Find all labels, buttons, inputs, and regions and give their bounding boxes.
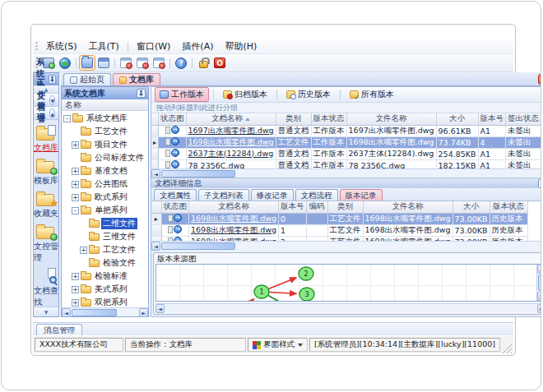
- scroll-thumb[interactable]: [161, 170, 235, 178]
- expand-icon[interactable]: +: [72, 194, 79, 201]
- column-header-类别[interactable]: 类别: [276, 113, 311, 125]
- version-node-3[interactable]: 3: [299, 288, 314, 301]
- menu-item-4[interactable]: 插件(A): [176, 39, 219, 53]
- tree-item-工艺文件[interactable]: +工艺文件: [62, 243, 148, 256]
- tab-子文档列表[interactable]: 子文档列表: [198, 189, 249, 201]
- column-header-大小[interactable]: 大小: [436, 113, 478, 125]
- resize-grip[interactable]: [502, 344, 512, 353]
- graph-hscrollbar[interactable]: ◄ ►: [155, 303, 541, 312]
- scroll-right-icon[interactable]: ►: [537, 304, 541, 313]
- pin-icon[interactable]: [538, 179, 541, 188]
- tab-修改记录[interactable]: 修改记录: [251, 189, 294, 201]
- column-header-编码[interactable]: 编码: [306, 201, 327, 213]
- scroll-thumb[interactable]: [72, 309, 117, 316]
- tree-item-工艺文件[interactable]: +工艺文件: [62, 125, 148, 138]
- button-所有版本[interactable]: 所有版本: [345, 87, 399, 102]
- toolbar-button[interactable]: [196, 56, 211, 70]
- collapse-icon[interactable]: -: [63, 115, 71, 122]
- collapse-icon[interactable]: -: [72, 207, 79, 214]
- table-row[interactable]: →1697出水嘴零件图.dwg普通文档工作版本1697出水嘴零件图.dwg96.…: [151, 125, 541, 136]
- table-row[interactable]: →2637主体(12284).dwg普通文档工作版本2637主体(12284).…: [151, 148, 541, 159]
- column-header-版本状态[interactable]: 版本状态: [490, 201, 527, 213]
- tree-item-公共图纸[interactable]: +公共图纸: [62, 178, 148, 191]
- button-归档版本[interactable]: 归档版本: [218, 87, 272, 102]
- sidebar-item-收藏夹[interactable]: ★收藏夹: [34, 191, 58, 219]
- column-header-签出状态[interactable]: 签出状态: [506, 113, 541, 125]
- menu-item-2[interactable]: 工具(T): [83, 39, 125, 53]
- grid-hscrollbar[interactable]: ◄ ►: [151, 168, 541, 178]
- menu-item-1[interactable]: 系统(S): [40, 39, 83, 53]
- tree-item-双把系列[interactable]: +双把系列: [62, 296, 148, 307]
- chevron-up-icon[interactable]: ▲: [49, 108, 55, 118]
- tab-文档属性[interactable]: 文档属性: [154, 189, 197, 201]
- pin-icon[interactable]: [137, 89, 146, 98]
- button-历史版本[interactable]: 历史版本: [281, 87, 336, 102]
- toolbar-button[interactable]: ?: [174, 56, 188, 70]
- table-row[interactable]: ▸→1698出水嘴零件图.dwg0工艺文件1698出水嘴零件图.dwg73.00…: [151, 213, 527, 224]
- tab-起始页[interactable]: 起始页: [63, 73, 111, 85]
- table-row[interactable]: →1698出水嘴零件图.dwg1工艺文件1698出水嘴零件图.dwg73.00K…: [151, 224, 527, 236]
- toolbar-button[interactable]: [135, 56, 150, 70]
- sidebar-item-模板库[interactable]: 模板库: [34, 158, 58, 187]
- message-manager-tab[interactable]: 消息管理: [36, 324, 82, 335]
- sidebar-item-文档查找[interactable]: 文档查找: [34, 268, 58, 307]
- scroll-up-icon[interactable]: ▲: [537, 265, 541, 274]
- toolbar-button[interactable]: [80, 56, 95, 70]
- column-header-版本号[interactable]: 版本号: [279, 201, 307, 213]
- tree-column-header[interactable]: 名称: [62, 99, 148, 111]
- sidebar-expand-arrow[interactable]: ▼: [34, 307, 58, 316]
- table-row[interactable]: →1698出水嘴零件图.dwg2工艺文件1698出水嘴零件图.dwg73.00K…: [151, 236, 527, 241]
- sidebar-item-文控管理[interactable]: 文控管理: [34, 224, 58, 264]
- version-node-1[interactable]: 1: [254, 285, 269, 298]
- chevron-down-icon[interactable]: ▼: [49, 95, 55, 105]
- tree-item-检验标准[interactable]: +检验标准: [62, 270, 148, 283]
- tree-hscrollbar[interactable]: ◄ ►: [62, 307, 148, 316]
- close-icon[interactable]: ✕: [538, 74, 541, 85]
- expand-icon[interactable]: +: [72, 141, 79, 149]
- grid-hscrollbar[interactable]: ◄ ►: [151, 241, 541, 250]
- scroll-left-icon[interactable]: ◄: [62, 308, 71, 317]
- toolbar-button[interactable]: [96, 56, 111, 70]
- tree-item-单把系列[interactable]: -单把系列: [62, 204, 148, 217]
- column-header-文档名称[interactable]: 文档名称: [186, 113, 276, 125]
- ui-style-dropdown[interactable]: 界面样式: [248, 338, 308, 352]
- expand-icon[interactable]: +: [72, 299, 79, 307]
- tab-文档流程[interactable]: 文档流程: [295, 189, 338, 201]
- column-header-文件名称[interactable]: 文件名称: [346, 113, 436, 125]
- toolbar-button[interactable]: [58, 56, 72, 70]
- tab-版本记录[interactable]: 版本记录: [340, 189, 383, 201]
- scroll-thumb[interactable]: [161, 242, 235, 250]
- tree-item-系统文档库[interactable]: -系统文档库: [62, 112, 148, 125]
- tree-item-美式系列[interactable]: +美式系列: [62, 283, 148, 296]
- toolbar-button[interactable]: [151, 56, 166, 70]
- scroll-left-icon[interactable]: ◄: [151, 242, 160, 251]
- graph-vscrollbar[interactable]: ▲ ▼: [536, 265, 541, 301]
- tree-item-基准文档[interactable]: +基准文档: [62, 164, 148, 178]
- scroll-left-icon[interactable]: ◄: [155, 304, 165, 313]
- tab-文档库[interactable]: 文档库: [113, 73, 160, 85]
- table-row[interactable]: ▸→1698出水嘴零件图.dwg工艺文件工作版本1698出水嘴零件图.dwg73…: [151, 136, 541, 148]
- button-工作版本[interactable]: 工作版本: [155, 87, 209, 102]
- menu-item-5[interactable]: 帮助(H): [219, 39, 262, 53]
- sidebar-item-文档库[interactable]: 文档库: [34, 125, 58, 154]
- tree-item-检验文件[interactable]: +检验文件: [62, 256, 148, 270]
- expand-icon[interactable]: +: [72, 273, 79, 280]
- toolbar-button[interactable]: [118, 56, 133, 70]
- tree-item-三维文件[interactable]: +三维文件: [62, 230, 148, 243]
- table-row[interactable]: →78 2356C.dwg普通文档工作版本78 2356C.dwg182.15K…: [151, 159, 541, 168]
- version-node-2[interactable]: 2: [299, 267, 313, 280]
- expand-icon[interactable]: +: [72, 181, 79, 188]
- column-header-类别[interactable]: 类别: [327, 201, 363, 213]
- scroll-right-icon[interactable]: ►: [139, 308, 148, 317]
- tree-item-二维文件[interactable]: +二维文件: [62, 217, 148, 230]
- column-header-状态图[interactable]: 状态图: [161, 201, 189, 213]
- column-header-大小[interactable]: 大小: [452, 201, 490, 213]
- scroll-down-icon[interactable]: ▼: [537, 292, 541, 301]
- sidebar-panel-文档管理[interactable]: 文档管理▲: [34, 107, 58, 120]
- column-header-文档名称[interactable]: 文档名称: [189, 201, 279, 213]
- column-header-版本号[interactable]: 版本号: [478, 113, 506, 125]
- column-header-版本状态[interactable]: 版本状态: [311, 113, 346, 125]
- toolbar-button[interactable]: O: [212, 56, 227, 70]
- expand-icon[interactable]: +: [72, 286, 79, 293]
- column-header-文件名称[interactable]: 文件名称: [363, 201, 452, 213]
